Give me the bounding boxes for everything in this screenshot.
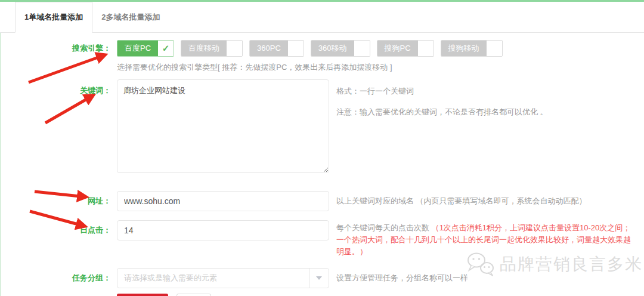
actions-row: 立即提交 重置	[0, 294, 644, 296]
select-arrow-box[interactable]	[309, 269, 329, 288]
checkbox-empty-icon	[418, 41, 434, 56]
task-group-label: 任务分组：	[0, 268, 117, 288]
search-engine-options: 百度PC ✓ 百度移动 360PC 360移动 搜狗PC 搜狗移动	[117, 40, 503, 57]
reset-button[interactable]: 重置	[177, 294, 211, 296]
url-input[interactable]	[117, 191, 329, 211]
daily-clicks-hint: 每个关键词每天的点击次数 （1次点击消耗1积分，上词建议点击量设置10-20次之…	[336, 220, 637, 258]
search-engine-label: 搜索引擎：	[0, 40, 117, 57]
engine-hint-row: 选择需要优化的搜索引擎类型[ 推荐：先做摆渡PC，效果出来后再添加摆渡移动 ]	[0, 62, 644, 73]
daily-clicks-hint-gray: 每个关键词每天的点击次数	[336, 223, 432, 232]
task-group-row: 任务分组： 请选择或是输入需要的元素 设置方便管理任务，分组名称可以一样	[0, 268, 644, 288]
engine-toggle-360-mobile[interactable]: 360移动	[311, 40, 370, 57]
checkbox-empty-icon	[354, 41, 370, 56]
engine-toggle-baidu-pc[interactable]: 百度PC ✓	[117, 40, 174, 57]
keywords-format-hint: 格式：一行一个关键词	[336, 86, 548, 97]
url-label: 网址：	[0, 191, 117, 211]
tab-bar: 1单域名批量添加 2多域名批量添加	[0, 2, 644, 33]
task-group-hint: 设置方便管理任务，分组名称可以一样	[336, 268, 468, 288]
batch-add-form: 搜索引擎： 百度PC ✓ 百度移动 360PC 360移动 搜狗PC	[0, 33, 644, 296]
task-group-placeholder: 请选择或是输入需要的元素	[117, 269, 217, 288]
tab-multi-domain-batch-add[interactable]: 2多域名批量添加	[92, 2, 169, 32]
chevron-down-icon	[316, 276, 322, 280]
engine-toggle-sogou-pc[interactable]: 搜狗PC	[377, 40, 434, 57]
daily-clicks-input[interactable]	[117, 220, 329, 240]
url-row: 网址： 以上关键词对应的域名 （内页只需要填写域名即可，系统会自动动匹配）	[0, 191, 644, 211]
engine-hint: 选择需要优化的搜索引擎类型[ 推荐：先做摆渡PC，效果出来后再添加摆渡移动 ]	[117, 62, 392, 73]
checkmark-icon: ✓	[158, 41, 174, 56]
engine-toggle-360-pc[interactable]: 360PC	[249, 40, 304, 57]
url-hint: 以上关键词对应的域名 （内页只需要填写域名即可，系统会自动动匹配）	[336, 191, 587, 211]
daily-clicks-row: 日点击： 每个关键词每天的点击次数 （1次点击消耗1积分，上词建议点击量设置10…	[0, 220, 644, 258]
submit-button[interactable]: 立即提交	[117, 294, 168, 296]
keywords-textarea[interactable]: 廊坊企业网站建设	[117, 79, 329, 173]
daily-clicks-label: 日点击：	[0, 220, 117, 240]
engine-toggle-sogou-mobile[interactable]: 搜狗移动	[441, 40, 503, 57]
keywords-label: 关键词：	[0, 79, 117, 96]
checkbox-empty-icon	[288, 41, 304, 56]
tab-single-domain-batch-add[interactable]: 1单域名批量添加	[15, 2, 92, 33]
engine-toggle-baidu-mobile[interactable]: 百度移动	[181, 40, 243, 57]
search-engine-row: 搜索引擎： 百度PC ✓ 百度移动 360PC 360移动 搜狗PC	[0, 40, 644, 57]
keywords-row: 关键词： 廊坊企业网站建设 格式：一行一个关键词 注意：输入需要优化的关键词，不…	[0, 79, 644, 173]
task-group-select[interactable]: 请选择或是输入需要的元素	[117, 268, 329, 288]
checkbox-empty-icon	[227, 41, 242, 56]
checkbox-empty-icon	[487, 41, 502, 56]
keywords-hints: 格式：一行一个关键词 注意：输入需要优化的关键词，不论是否有排名都可以优化 。	[336, 79, 548, 118]
keywords-note-hint: 注意：输入需要优化的关键词，不论是否有排名都可以优化 。	[336, 107, 548, 118]
